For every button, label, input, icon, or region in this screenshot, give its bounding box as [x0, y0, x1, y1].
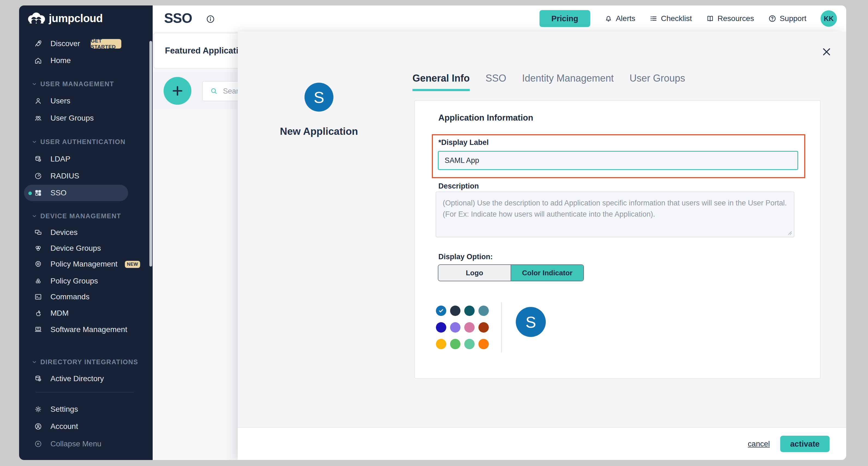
tab-identity-management[interactable]: Identity Management	[522, 72, 614, 91]
sidebar-item-label: Commands	[51, 292, 89, 301]
book-icon	[706, 14, 714, 23]
sidebar-item-label: MDM	[51, 309, 69, 318]
section-title: USER AUTHENTICATION	[40, 138, 126, 146]
sidebar-divider	[35, 392, 133, 392]
sidebar-item-account[interactable]: Account	[19, 418, 153, 435]
sidebar-item-radius[interactable]: RADIUS	[19, 168, 153, 184]
resources-button[interactable]: Resources	[706, 14, 754, 23]
chevron-down-icon	[32, 359, 37, 365]
new-badge: NEW	[125, 261, 140, 268]
sidebar-scrollbar[interactable]	[149, 41, 152, 267]
sidebar-item-home[interactable]: Home	[19, 52, 153, 69]
color-swatch[interactable]	[436, 339, 446, 349]
sidebar-section-directory-integrations[interactable]: DIRECTORY INTEGRATIONS	[19, 354, 153, 371]
resize-handle-icon[interactable]	[787, 230, 792, 235]
sidebar-item-label: Discover	[51, 39, 80, 48]
sidebar-item-settings[interactable]: Settings	[19, 401, 153, 418]
color-indicator-preview: S	[516, 307, 546, 337]
sidebar-item-active-directory[interactable]: Active Directory	[19, 370, 153, 387]
display-option-logo[interactable]: Logo	[438, 265, 511, 281]
tab-user-groups[interactable]: User Groups	[629, 72, 685, 91]
cancel-button[interactable]: cancel	[748, 440, 770, 448]
sidebar-item-software-management[interactable]: Software Management	[19, 321, 153, 338]
header-actions: Pricing Alerts Checklist Resources	[539, 5, 837, 32]
checklist-label: Checklist	[661, 14, 692, 23]
description-placeholder: (Optional) Use the description to add Ap…	[443, 199, 787, 218]
user-avatar[interactable]: KK	[820, 10, 837, 27]
sidebar-item-mdm[interactable]: MDM	[19, 305, 153, 322]
sidebar-item-device-groups[interactable]: Device Groups	[19, 240, 153, 257]
help-icon	[768, 14, 776, 23]
sidebar-item-sso[interactable]: SSO	[19, 184, 153, 201]
sidebar-item-label: Collapse Menu	[51, 440, 101, 448]
sidebar-item-label: Software Management	[51, 325, 127, 334]
sidebar-item-devices[interactable]: Devices	[19, 224, 153, 241]
account-icon	[34, 423, 42, 431]
color-swatch[interactable]	[478, 305, 489, 316]
sidebar-item-discover[interactable]: Discover GET STARTED	[19, 35, 153, 52]
sidebar-item-policy-groups[interactable]: Policy Groups	[19, 272, 153, 289]
app-window: jumpcloud Discover GET STARTED Home USER…	[19, 5, 846, 460]
close-icon[interactable]	[820, 46, 833, 58]
policy-management-icon	[34, 260, 42, 268]
description-textarea[interactable]: (Optional) Use the description to add Ap…	[436, 192, 795, 237]
sidebar-item-label: Active Directory	[51, 374, 104, 383]
color-swatch[interactable]	[450, 305, 460, 316]
activate-button[interactable]: activate	[780, 436, 830, 452]
application-identity: S New Application	[265, 83, 373, 137]
sidebar-item-label: Settings	[51, 405, 78, 414]
display-label-input[interactable]: SAML App	[438, 151, 798, 170]
jumpcloud-logo: jumpcloud	[26, 12, 103, 25]
collapse-arrow-icon	[34, 440, 42, 448]
ldap-database-icon	[34, 155, 42, 163]
sidebar-item-commands[interactable]: Commands	[19, 288, 153, 305]
policy-groups-icon	[34, 277, 42, 285]
tab-general-info[interactable]: General Info	[412, 72, 470, 91]
color-swatch[interactable]	[464, 322, 475, 332]
check-icon	[438, 308, 444, 314]
sidebar-section-user-management[interactable]: USER MANAGEMENT	[19, 76, 153, 92]
software-management-icon	[34, 325, 42, 334]
home-icon	[34, 56, 42, 65]
color-swatch[interactable]	[464, 305, 475, 316]
apple-icon	[34, 309, 42, 317]
color-swatch[interactable]	[478, 339, 489, 349]
add-application-button[interactable]	[163, 77, 191, 105]
alerts-button[interactable]: Alerts	[604, 14, 636, 23]
color-swatch[interactable]	[478, 322, 489, 332]
commands-icon	[34, 293, 42, 301]
sidebar-item-users[interactable]: Users	[19, 92, 153, 109]
section-title: DIRECTORY INTEGRATIONS	[40, 358, 138, 366]
tab-sso[interactable]: SSO	[486, 72, 506, 91]
user-group-icon	[34, 114, 42, 122]
sidebar-item-label: Account	[51, 422, 78, 431]
display-option-color-indicator[interactable]: Color Indicator	[511, 265, 583, 281]
devices-icon	[34, 228, 42, 237]
sidebar-section-user-authentication[interactable]: USER AUTHENTICATION	[19, 134, 153, 150]
color-swatch[interactable]	[464, 339, 475, 349]
color-swatch[interactable]	[436, 322, 446, 332]
sidebar-item-label: Devices	[51, 228, 78, 237]
modal-footer: cancel activate	[238, 427, 846, 460]
sidebar-section-device-management[interactable]: DEVICE MANAGEMENT	[19, 208, 153, 225]
color-swatch-selected[interactable]	[436, 305, 446, 316]
sidebar-item-collapse-menu[interactable]: Collapse Menu	[19, 435, 153, 453]
active-indicator-dot	[28, 192, 32, 195]
application-information-card: Application Information *Display Label S…	[414, 100, 820, 379]
sidebar-item-user-groups[interactable]: User Groups	[19, 110, 153, 126]
color-swatch-grid	[436, 305, 489, 349]
rocket-icon	[34, 39, 42, 48]
display-label-value: SAML App	[445, 156, 479, 165]
support-label: Support	[780, 14, 806, 23]
info-icon[interactable]	[206, 14, 215, 24]
color-swatch[interactable]	[450, 339, 460, 349]
sidebar-item-policy-management[interactable]: Policy Management NEW	[19, 256, 153, 272]
support-button[interactable]: Support	[768, 14, 806, 23]
logo-text: jumpcloud	[49, 12, 103, 25]
color-swatch[interactable]	[450, 322, 460, 332]
pricing-button[interactable]: Pricing	[539, 10, 590, 27]
top-header: SSO Pricing Alerts Checklist	[153, 5, 846, 32]
device-groups-icon	[34, 244, 42, 252]
checklist-button[interactable]: Checklist	[649, 14, 692, 23]
sidebar-item-ldap[interactable]: LDAP	[19, 151, 153, 168]
